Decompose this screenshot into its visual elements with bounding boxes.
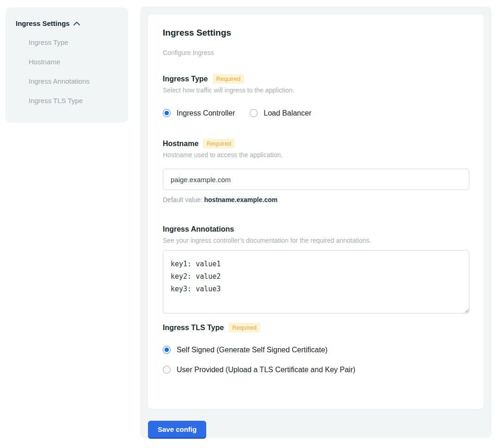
- radio-label: Load Balancer: [264, 109, 311, 117]
- required-badge: Required: [203, 139, 235, 148]
- radio-option-self-signed[interactable]: Self Signed (Generate Self Signed Certif…: [163, 345, 469, 354]
- chevron-up-icon: [74, 21, 80, 25]
- page-title: Ingress Settings: [163, 28, 469, 38]
- ingress-type-heading: Ingress Type: [163, 74, 208, 84]
- page-subtitle: Configure Ingress: [163, 49, 469, 56]
- section-ingress-tls-type: Ingress TLS Type Required Self Signed (G…: [163, 323, 469, 374]
- hostname-input[interactable]: [163, 169, 469, 190]
- ingress-controller-radio[interactable]: [163, 109, 171, 117]
- sidebar-section-title: Ingress Settings: [16, 19, 70, 27]
- default-value-label: Default value:: [163, 196, 203, 203]
- sidebar-item-ingress-annotations[interactable]: Ingress Annotations: [29, 77, 118, 86]
- settings-panel: Ingress Settings Configure Ingress Ingre…: [140, 6, 492, 438]
- load-balancer-radio[interactable]: [250, 109, 258, 117]
- sidebar-item-hostname[interactable]: Hostname: [29, 58, 118, 66]
- default-value-text: hostname.example.com: [204, 196, 278, 203]
- section-ingress-annotations: Ingress Annotations See your ingress con…: [163, 225, 469, 313]
- radio-option-ingress-controller[interactable]: Ingress Controller: [163, 109, 235, 117]
- annotations-heading: Ingress Annotations: [163, 225, 234, 234]
- hostname-default-value: Default value: hostname.example.com: [163, 196, 469, 203]
- tls-type-heading: Ingress TLS Type: [163, 323, 224, 332]
- ingress-type-radio-group: Ingress Controller Load Balancer: [163, 109, 469, 117]
- self-signed-radio[interactable]: [163, 346, 171, 354]
- settings-sidebar: Ingress Settings Ingress Type Hostname I…: [6, 7, 128, 123]
- radio-option-load-balancer[interactable]: Load Balancer: [250, 109, 311, 117]
- hostname-heading: Hostname: [163, 139, 198, 148]
- ingress-settings-card: Ingress Settings Configure Ingress Ingre…: [148, 15, 484, 409]
- user-provided-radio[interactable]: [163, 366, 171, 374]
- annotations-description: See your ingress controller's documentat…: [163, 237, 469, 244]
- sidebar-item-ingress-type[interactable]: Ingress Type: [29, 38, 118, 47]
- sidebar-section-header[interactable]: Ingress Settings: [16, 19, 118, 27]
- radio-option-user-provided[interactable]: User Provided (Upload a TLS Certificate …: [163, 365, 469, 374]
- ingress-type-description: Select how traffic will ingress to the a…: [163, 86, 469, 94]
- save-config-button[interactable]: Save config: [148, 421, 206, 439]
- annotations-textarea[interactable]: key1: value1 key2: value2 key3: value3: [163, 250, 469, 313]
- radio-label: Ingress Controller: [177, 109, 235, 117]
- radio-label: User Provided (Upload a TLS Certificate …: [177, 365, 356, 374]
- tls-type-radio-group: Self Signed (Generate Self Signed Certif…: [163, 345, 469, 374]
- radio-label: Self Signed (Generate Self Signed Certif…: [177, 345, 327, 354]
- required-badge: Required: [213, 74, 245, 84]
- required-badge: Required: [228, 323, 260, 332]
- section-ingress-type: Ingress Type Required Select how traffic…: [163, 74, 469, 117]
- sidebar-item-ingress-tls-type[interactable]: Ingress TLS Type: [29, 97, 118, 105]
- section-hostname: Hostname Required Hostname used to acces…: [163, 139, 469, 203]
- hostname-description: Hostname used to access the application.: [163, 151, 469, 159]
